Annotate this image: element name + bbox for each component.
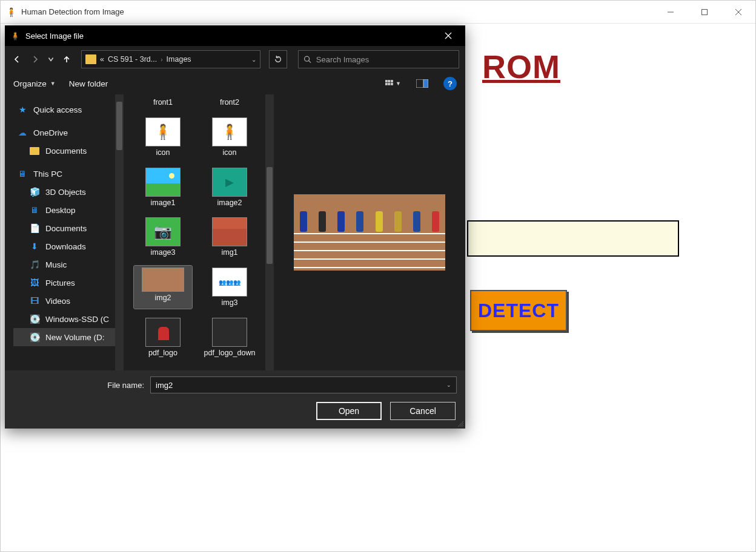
file-thumbnail — [145, 318, 181, 347]
svg-rect-13 — [391, 83, 393, 85]
nav-desktop[interactable]: 🖥Desktop — [13, 201, 120, 219]
file-item[interactable]: image2 — [201, 166, 259, 209]
crumb-1[interactable]: CS 591 - 3rd... — [108, 55, 157, 64]
file-item[interactable]: 🧍icon — [134, 116, 192, 159]
preview-pane-toggle[interactable] — [414, 77, 430, 90]
file-label: pdf_logo — [148, 349, 177, 358]
desktop-icon: 🖥 — [29, 205, 40, 215]
file-thumbnail — [212, 168, 247, 197]
file-thumbnail — [142, 268, 184, 292]
file-thumbnail — [145, 168, 181, 197]
nav-drive-d[interactable]: 💽New Volume (D: — [13, 328, 120, 346]
new-folder-button[interactable]: New folder — [69, 79, 108, 88]
help-button[interactable]: ? — [443, 77, 457, 90]
forward-button[interactable] — [29, 53, 41, 65]
file-label: pdf_logo_down — [204, 349, 256, 358]
close-button[interactable] — [721, 1, 755, 24]
file-item[interactable]: image1 — [134, 166, 192, 209]
preview-pane — [274, 94, 465, 370]
minimize-button[interactable] — [654, 1, 688, 24]
cloud-icon: ☁ — [17, 127, 28, 138]
svg-rect-12 — [388, 83, 390, 85]
nav-label: Pictures — [45, 278, 75, 288]
nav-label: New Volume (D: — [45, 333, 105, 342]
video-icon: 🎞 — [29, 295, 40, 306]
file-item[interactable]: 👥👥👥img3 — [201, 266, 259, 309]
file-item[interactable]: pdf_logo_down — [201, 316, 259, 359]
up-button[interactable] — [61, 53, 73, 65]
file-item[interactable]: front2 — [201, 97, 259, 108]
svg-rect-15 — [423, 79, 428, 88]
navigation-pane: ★Quick access ☁OneDrive Documents 🖥This … — [5, 94, 124, 370]
nav-label: Desktop — [45, 206, 76, 215]
nav-onedrive[interactable]: ☁OneDrive — [13, 123, 120, 142]
file-item[interactable]: img1 — [201, 215, 259, 258]
dialog-close-button[interactable] — [436, 25, 460, 46]
nav-videos[interactable]: 🎞Videos — [13, 292, 120, 310]
nav-downloads[interactable]: ⬇Downloads — [13, 237, 120, 255]
file-list-pane: front1 front2 🧍icon 🧍icon image1 image2 … — [124, 94, 274, 370]
back-button[interactable] — [11, 53, 23, 65]
nav-label: 3D Objects — [45, 188, 86, 197]
folder-icon — [29, 145, 40, 156]
preview-image — [294, 194, 445, 271]
cancel-button[interactable]: Cancel — [390, 402, 456, 420]
nav-documents[interactable]: 📄Documents — [13, 219, 120, 237]
file-scrollbar[interactable] — [265, 94, 274, 370]
nav-drive-c[interactable]: 💽Windows-SSD (C — [13, 310, 120, 328]
nav-music[interactable]: 🎵Music — [13, 255, 120, 274]
scrollbar-thumb[interactable] — [267, 167, 273, 264]
recent-locations-button[interactable] — [47, 53, 55, 65]
detect-button[interactable]: DETECT — [470, 290, 567, 331]
nav-label: Documents — [45, 146, 87, 156]
view-mode-button[interactable]: ▼ — [385, 77, 401, 90]
music-icon: 🎵 — [29, 259, 40, 270]
chevron-down-icon: ▼ — [396, 80, 401, 87]
svg-rect-8 — [385, 80, 387, 82]
address-dropdown-icon[interactable]: ⌄ — [251, 56, 256, 63]
dialog-body: ★Quick access ☁OneDrive Documents 🖥This … — [5, 94, 465, 370]
crumb-prefix: « — [100, 55, 104, 64]
nav-label: Videos — [45, 297, 70, 306]
dialog-footer: File name: img2 ⌄ Open Cancel — [5, 370, 465, 429]
file-item-selected[interactable]: img2 — [134, 266, 192, 309]
organize-label: Organize — [13, 79, 47, 88]
refresh-button[interactable] — [269, 50, 287, 68]
chevron-down-icon[interactable]: ⌄ — [446, 382, 451, 388]
file-label: img1 — [221, 249, 237, 257]
nav-label: Quick access — [33, 105, 82, 114]
nav-label: OneDrive — [33, 128, 68, 137]
address-bar[interactable]: « CS 591 - 3rd... › Images ⌄ — [81, 50, 260, 68]
scrollbar-thumb[interactable] — [116, 102, 122, 150]
search-bar[interactable] — [298, 50, 459, 68]
nav-3d-objects[interactable]: 🧊3D Objects — [13, 183, 120, 201]
open-button[interactable]: Open — [316, 402, 382, 420]
nav-onedrive-documents[interactable]: Documents — [13, 142, 120, 160]
file-item[interactable]: 🧍icon — [201, 116, 259, 159]
dialog-icon: 🧍 — [10, 30, 21, 41]
nav-pictures[interactable]: 🖼Pictures — [13, 274, 120, 292]
nav-quick-access[interactable]: ★Quick access — [13, 100, 120, 119]
nav-scrollbar[interactable] — [115, 94, 124, 370]
file-thumbnail: 📷 — [145, 217, 181, 246]
search-input[interactable] — [316, 55, 454, 64]
file-item[interactable]: pdf_logo — [134, 316, 192, 359]
organize-menu[interactable]: Organize ▼ — [13, 79, 56, 88]
file-item[interactable]: front1 — [134, 97, 192, 108]
file-label: image1 — [151, 199, 176, 208]
file-dialog: 🧍 Select Image file « CS 591 - 3rd... › … — [5, 25, 465, 429]
disk-icon: 💽 — [29, 314, 40, 324]
main-title: Human Detection from Image — [21, 7, 124, 16]
file-label: img3 — [221, 299, 237, 307]
file-thumbnail: 🧍 — [145, 117, 181, 146]
nav-this-pc[interactable]: 🖥This PC — [13, 165, 120, 183]
nav-label: Music — [45, 260, 67, 269]
file-name-input[interactable]: img2 ⌄ — [150, 376, 457, 393]
path-display-box — [467, 220, 679, 257]
maximize-button[interactable] — [688, 1, 721, 24]
file-name-label: File name: — [13, 381, 144, 390]
resize-grip[interactable] — [456, 419, 463, 427]
crumb-2[interactable]: Images — [167, 55, 191, 64]
file-item[interactable]: 📷image3 — [134, 215, 192, 258]
file-thumbnail: 👥👥👥 — [212, 268, 247, 297]
